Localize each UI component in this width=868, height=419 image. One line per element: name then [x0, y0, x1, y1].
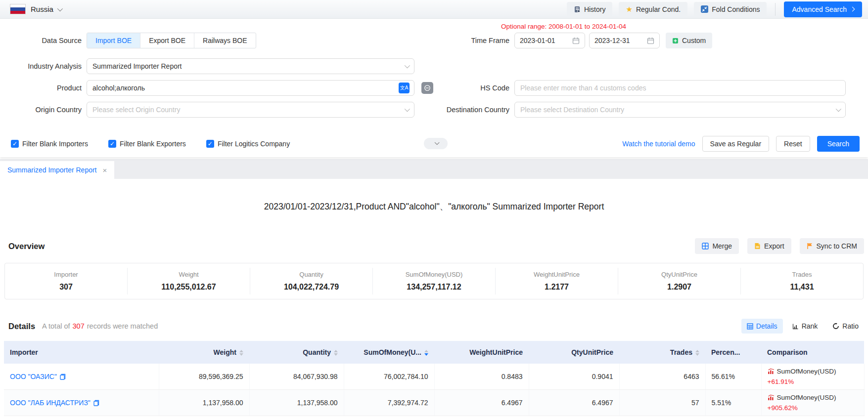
time-frame-label: Time Frame	[414, 37, 509, 44]
bar-chart-icon	[768, 368, 775, 375]
weight-unit-price-cell: 0.8483	[434, 364, 529, 390]
sync-flag-icon	[807, 243, 813, 250]
weight-cell: 89,596,369.25	[159, 364, 249, 390]
product-input[interactable]: alcohol;алкоголь	[87, 80, 414, 96]
checkbox-checked-icon: ✓	[108, 140, 116, 148]
details-heading: Details	[8, 322, 35, 331]
chevron-down-icon	[434, 140, 439, 145]
advanced-search-button[interactable]: Advanced Search	[784, 1, 862, 17]
tutorial-demo-link[interactable]: Watch the tutorial demo	[622, 140, 695, 148]
table-row: ООО "ЛАБ ИНДАСТРИЗ" 1,137,958.00 1,137,9…	[4, 390, 864, 416]
sum-cell: 7,392,974.72	[344, 390, 434, 416]
comparison-change: +61.91%	[768, 378, 858, 385]
close-tab-icon[interactable]: ×	[103, 166, 107, 174]
data-source-tabs: Import BOE Export BOE Railways BOE	[87, 33, 256, 48]
date-to-input[interactable]: 2023-12-31	[589, 33, 660, 48]
col-sum-of-money[interactable]: SumOfMoney(U...	[344, 341, 434, 364]
sort-icon[interactable]	[334, 350, 338, 356]
reset-button[interactable]: Reset	[776, 136, 810, 152]
hs-code-input[interactable]: Please enter more than 4 customs codes	[514, 80, 846, 96]
industry-analysis-label: Industry Analysis	[0, 62, 82, 70]
comparison-change: +905.62%	[768, 404, 858, 412]
filter-blank-importers-checkbox[interactable]: ✓ Filter Blank Importers	[11, 140, 88, 148]
russia-flag-icon	[10, 4, 26, 14]
product-label: Product	[0, 84, 82, 92]
ratio-icon	[832, 323, 839, 330]
importer-link[interactable]: ООО "ЛАБ ИНДАСТРИЗ"	[10, 399, 91, 407]
details-table-icon	[747, 323, 753, 330]
search-button[interactable]: Search	[817, 136, 860, 152]
tab-railways-boe[interactable]: Railways BOE	[194, 33, 255, 48]
chevron-down-icon[interactable]	[57, 5, 63, 11]
col-comparison: Comparison	[761, 341, 864, 364]
custom-range-button[interactable]: Custom	[666, 33, 712, 48]
copy-icon[interactable]	[60, 374, 66, 380]
qty-unit-price-cell: 0.9041	[529, 364, 619, 390]
rank-icon	[792, 323, 799, 330]
destination-country-select[interactable]: Please select Destination Country	[514, 102, 846, 118]
importer-cell: ООО "ЛАБ ИНДАСТРИЗ"	[4, 390, 159, 416]
tab-export-boe[interactable]: Export BOE	[140, 33, 194, 48]
weight-unit-price-cell: 6.4967	[434, 390, 529, 416]
stat-weight-unit-price: WeightUnitPrice 1.2177	[495, 268, 618, 294]
record-count: 307	[73, 322, 85, 330]
star-icon: ★	[626, 5, 632, 14]
importer-cell: ООО "ОАЗИС"	[4, 364, 159, 390]
overview-heading: Overview	[8, 242, 45, 251]
col-percent: Percen...	[705, 341, 761, 364]
regular-cond-button[interactable]: ★ Regular Cond.	[619, 2, 687, 17]
overview-stats: Importer 307 Weight 110,255,012.67 Quant…	[4, 263, 864, 299]
comparison-cell: SumOfMoney(USD) +61.91%	[761, 364, 864, 390]
sort-icon[interactable]	[695, 350, 699, 356]
stat-weight: Weight 110,255,012.67	[127, 268, 250, 294]
collapse-form-button[interactable]	[424, 138, 448, 149]
col-trades[interactable]: Trades	[619, 341, 705, 364]
sort-icon[interactable]	[239, 350, 243, 356]
custom-grid-icon	[672, 38, 679, 44]
date-from-input[interactable]: 2023-01-01	[514, 33, 585, 48]
tab-summarized-importer-report[interactable]: Summarized Importer Report ×	[0, 161, 114, 179]
col-quantity[interactable]: Quantity	[249, 341, 344, 364]
stat-qty-unit-price: QtyUnitPrice 1.2907	[618, 268, 740, 294]
trades-cell: 6463	[619, 364, 705, 390]
origin-country-select[interactable]: Please select Origin Country	[87, 102, 414, 118]
copy-icon[interactable]	[93, 400, 99, 406]
chevron-down-icon	[405, 106, 410, 112]
country-selector-label[interactable]: Russia	[31, 5, 53, 13]
history-button[interactable]: History	[567, 2, 613, 17]
importer-link[interactable]: ООО "ОАЗИС"	[10, 373, 57, 380]
data-source-label: Data Source	[0, 37, 82, 44]
optional-range-note: Optional range: 2008-01-01 to 2024-01-04	[501, 23, 626, 30]
history-icon	[574, 6, 581, 13]
view-rank-button[interactable]: Rank	[787, 319, 823, 334]
view-ratio-button[interactable]: Ratio	[827, 319, 864, 334]
industry-analysis-select[interactable]: Summarized Importer Report	[87, 58, 414, 74]
details-table: Importer Weight Quantity SumOfMoney(U...…	[4, 341, 865, 416]
filter-logitics-company-checkbox[interactable]: ✓ Filter Logitics Company	[206, 140, 290, 148]
sum-cell: 76,002,784.10	[344, 364, 434, 390]
fold-conditions-button[interactable]: Fold Conditions	[694, 2, 767, 17]
view-details-button[interactable]: Details	[741, 319, 783, 334]
col-importer: Importer	[4, 341, 159, 364]
table-row: ООО "ОАЗИС" 89,596,369.25 84,067,930.98 …	[4, 364, 864, 390]
sync-to-crm-button[interactable]: Sync to CRM	[800, 238, 864, 254]
calendar-icon	[647, 37, 654, 44]
bar-chart-icon	[768, 394, 775, 401]
quantity-cell: 84,067,930.98	[249, 364, 344, 390]
merge-button[interactable]: Merge	[695, 238, 739, 254]
stat-importer: Importer 307	[5, 268, 127, 294]
export-button[interactable]: Export	[747, 238, 791, 254]
divider	[775, 3, 776, 16]
col-weight[interactable]: Weight	[159, 341, 249, 364]
translate-icon[interactable]: 文A	[399, 83, 410, 93]
qty-unit-price-cell: 6.4967	[529, 390, 619, 416]
filter-blank-exporters-checkbox[interactable]: ✓ Filter Blank Exporters	[108, 140, 186, 148]
synonym-icon[interactable]	[421, 82, 433, 94]
tab-import-boe[interactable]: Import BOE	[87, 33, 140, 48]
top-bar: Russia History ★ Regular Cond. Fold Cond…	[0, 0, 868, 19]
calendar-icon	[572, 37, 580, 44]
records-matched-note: A total of307records were matched	[42, 322, 158, 330]
sort-icon-active-desc[interactable]	[424, 350, 428, 356]
comparison-cell: SumOfMoney(USD) +905.62%	[761, 390, 864, 416]
save-as-regular-button[interactable]: Save as Regular	[702, 136, 770, 152]
